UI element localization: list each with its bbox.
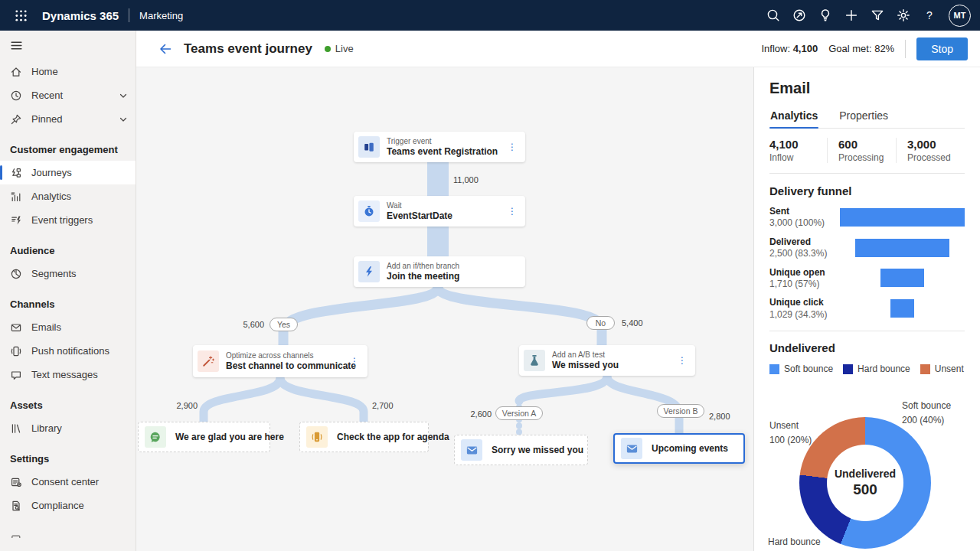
user-avatar[interactable]: MT <box>949 5 971 27</box>
add-icon[interactable] <box>838 2 864 28</box>
sidebar-item-pinned[interactable]: Pinned <box>0 107 136 131</box>
lightbulb-icon[interactable] <box>812 2 838 28</box>
legend-item-unsent: Unsent <box>920 364 964 374</box>
sidebar-section-channels: Channels <box>0 285 136 315</box>
sidebar-item-emails[interactable]: Emails <box>0 315 136 339</box>
stat-processed: 3,000Processed <box>896 138 965 163</box>
funnel-stage-value: 3,000 (100%) <box>769 217 840 228</box>
funnel-bar <box>855 239 949 257</box>
node-more-menu-icon[interactable]: ⋮ <box>505 142 519 152</box>
node-title: Sorry we missed you <box>492 445 583 455</box>
funnel-stage-value: 2,500 (83.3%) <box>769 248 840 259</box>
sidebar-item-analytics[interactable]: Analytics <box>0 184 136 208</box>
undelivered-section: Undelivered Soft bounceHard bounceUnsent… <box>754 331 980 551</box>
email-icon <box>621 438 642 459</box>
node-more-menu-icon[interactable]: ⋮ <box>675 356 689 365</box>
donut-center: Undelivered 500 <box>827 445 903 521</box>
panel-title: Email <box>769 80 965 97</box>
funnel-stage-name: Unique open <box>769 267 840 278</box>
sidebar-item-text-messages[interactable]: Text messages <box>0 363 136 386</box>
library-icon <box>10 422 22 435</box>
segments-icon <box>10 268 22 280</box>
sidebar-item-home[interactable]: Home <box>0 60 136 83</box>
funnel-row-unique-open: Unique open1,710 (57%) <box>769 267 965 290</box>
sidebar-item-partial[interactable] <box>0 520 136 543</box>
sidebar-collapse-button[interactable] <box>0 31 136 60</box>
version-b-pill: Version B <box>657 404 704 418</box>
inflow-metric: Inflow: 4,100 <box>761 43 818 54</box>
status-badge: Live <box>325 43 354 54</box>
sidebar-item-label: Library <box>31 422 62 434</box>
node-more-menu-icon[interactable]: ⋮ <box>505 207 519 216</box>
node-kind: Optimize across channels <box>226 350 341 360</box>
soft-bounce-callout: Soft bounce200 (40%) <box>902 399 951 428</box>
sidebar-item-library[interactable]: Library <box>0 416 136 440</box>
tab-analytics[interactable]: Analytics <box>769 106 818 128</box>
chevron-down-icon[interactable] <box>119 91 128 100</box>
sidebar-item-recent[interactable]: Recent <box>0 83 136 107</box>
email-analytics-panel: Email Analytics Properties 4,100Inflow 6… <box>753 67 980 551</box>
node-title: Join the meeting <box>387 271 459 283</box>
journey-node-push-check-app[interactable]: Check the app for agenda <box>299 422 429 452</box>
tab-properties[interactable]: Properties <box>838 106 889 128</box>
journey-canvas[interactable]: 11,000 5,600 Yes No 5,400 2,900 2,700 2,… <box>136 67 753 551</box>
journey-node-email-sorry-missed-you[interactable]: Sorry we missed you <box>454 435 588 465</box>
journeys-icon <box>10 167 22 179</box>
journey-node-ab-test[interactable]: Add an A/B testWe missed you ⋮ <box>519 345 695 376</box>
sidebar-item-compliance[interactable]: Compliance <box>0 494 136 517</box>
sidebar-item-segments[interactable]: Segments <box>0 262 136 285</box>
header-divider <box>905 40 906 58</box>
filter-icon[interactable] <box>864 2 890 28</box>
live-status-label: Live <box>335 43 354 54</box>
sidebar-item-journeys[interactable]: Journeys <box>0 161 136 184</box>
node-title: Best channel to communicate <box>226 360 341 373</box>
sidebar-item-push-notifications[interactable]: Push notifications <box>0 339 136 363</box>
wait-icon <box>358 201 380 222</box>
journey-node-optimize-channels[interactable]: Optimize across channelsBest channel to … <box>193 345 368 377</box>
event-triggers-icon <box>10 214 22 227</box>
node-title: We missed you <box>552 360 619 372</box>
undelivered-donut-chart: Undelivered 500 <box>799 417 931 549</box>
journey-node-wait[interactable]: WaitEventStartDate ⋮ <box>354 196 525 227</box>
legend-label: Hard bounce <box>858 364 910 374</box>
sidebar-item-label: Journeys <box>31 167 72 178</box>
funnel-stage-name: Unique click <box>769 297 840 308</box>
sidebar-section-audience: Audience <box>0 232 136 262</box>
journey-node-message-glad-you-are-here[interactable]: We are glad you are here <box>138 422 270 452</box>
panel-tabs: Analytics Properties <box>769 106 965 129</box>
sidebar-item-event-triggers[interactable]: Event triggers <box>0 208 136 232</box>
no-branch-pill: No <box>586 316 615 330</box>
settings-icon[interactable] <box>890 2 916 28</box>
legend-swatch <box>769 364 779 374</box>
sidebar-item-label: Compliance <box>31 500 84 511</box>
compliance-icon <box>10 500 22 512</box>
brand-title: Dynamics 365 <box>42 9 119 22</box>
edge-count-version-a: 2,600 <box>461 409 492 419</box>
journey-node-email-upcoming-events[interactable]: Upcoming events <box>613 433 745 464</box>
goal-met-metric: Goal met: 82% <box>828 43 894 54</box>
node-more-menu-icon[interactable]: ⋮ <box>348 357 361 366</box>
stat-processing: 600Processing <box>827 138 896 163</box>
edge-count-optimize-left: 2,900 <box>164 401 198 410</box>
optimize-channels-icon <box>198 350 219 372</box>
journey-node-if-then-branch[interactable]: Add an if/then branchJoin the meeting <box>354 256 525 287</box>
chevron-down-icon[interactable] <box>119 115 128 124</box>
back-button[interactable] <box>158 41 173 57</box>
sidebar-item-label: Home <box>31 66 58 77</box>
search-icon[interactable] <box>760 2 786 28</box>
undelivered-title: Undelivered <box>769 341 835 354</box>
journey-node-trigger-event[interactable]: Trigger eventTeams event Registration ⋮ <box>354 132 525 162</box>
stop-button[interactable]: Stop <box>916 37 968 60</box>
analytics-icon <box>10 191 22 203</box>
node-kind: Wait <box>387 201 452 210</box>
app-launcher-waffle-icon[interactable] <box>9 4 32 27</box>
sidebar-item-consent-center[interactable]: Consent center <box>0 470 136 494</box>
edge-count-no: 5,400 <box>622 318 643 328</box>
version-a-pill: Version A <box>495 406 543 420</box>
sidebar-item-label: Event triggers <box>31 214 93 226</box>
legend-item-hard-bounce: Hard bounce <box>843 364 910 374</box>
trigger-event-icon <box>358 136 380 158</box>
help-icon[interactable]: ? <box>916 2 942 28</box>
compass-icon[interactable] <box>786 2 812 28</box>
sidebar-item-label: Recent <box>31 90 63 101</box>
